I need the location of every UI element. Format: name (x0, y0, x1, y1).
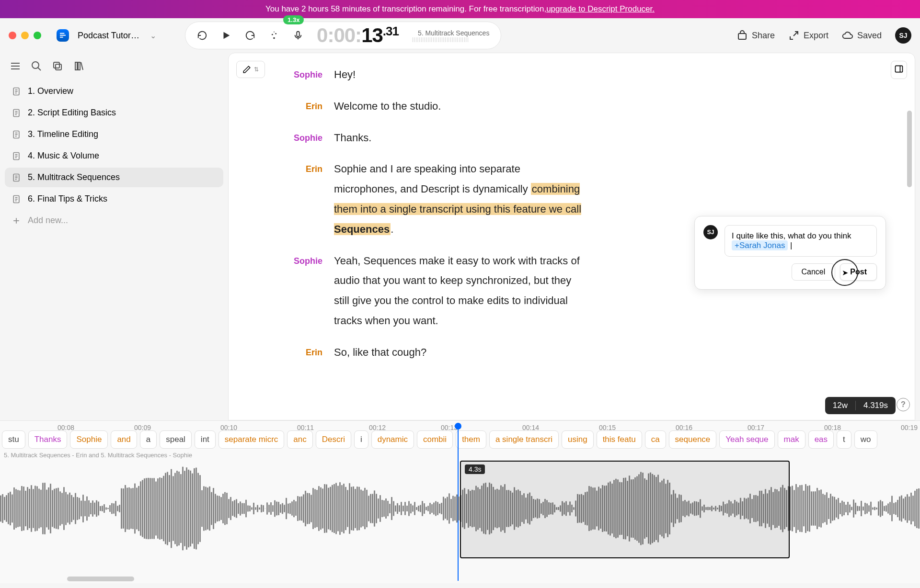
svg-rect-213 (318, 486, 320, 531)
svg-rect-482 (834, 497, 835, 520)
svg-rect-114 (128, 487, 130, 530)
word-chip[interactable]: speal (160, 430, 192, 449)
svg-rect-460 (792, 486, 793, 531)
mic-icon[interactable] (293, 30, 303, 41)
word-chip[interactable]: t (837, 430, 851, 449)
upgrade-link[interactable]: upgrade to Descript Producer. (546, 4, 655, 14)
transcript-line[interactable]: SophieHey! (286, 65, 867, 85)
close-window[interactable] (9, 32, 16, 39)
cancel-button[interactable]: Cancel (792, 263, 836, 281)
word-chip[interactable]: mak (778, 430, 805, 449)
comment-input[interactable]: I quite like this, what do you think +Sa… (724, 225, 877, 257)
panel-toggle-icon[interactable] (891, 61, 907, 79)
sidebar-item-5[interactable]: 6. Final Tips & Tricks (5, 189, 223, 209)
svg-rect-127 (153, 478, 155, 539)
word-chip[interactable]: Thanks (28, 430, 68, 449)
waveform-track[interactable]: 4.3s (0, 461, 920, 556)
svg-rect-503 (874, 507, 875, 510)
mention-chip[interactable]: +Sarah Jonas (732, 240, 788, 250)
svg-rect-153 (203, 486, 205, 531)
word-chip[interactable]: separate micrc (218, 430, 284, 449)
svg-rect-512 (891, 496, 893, 521)
svg-rect-261 (410, 504, 412, 513)
svg-rect-227 (345, 487, 346, 530)
svg-rect-475 (820, 489, 822, 527)
library-icon[interactable] (73, 60, 84, 74)
speaker-label[interactable]: Erin (286, 159, 334, 239)
play-button[interactable] (221, 30, 231, 41)
speed-badge[interactable]: 1.3x (283, 15, 304, 24)
timeline-selection[interactable]: 4.3s (460, 461, 790, 558)
sequence-indicator[interactable]: 5. Multitrack Sequences ||||||||||||||||… (412, 29, 489, 42)
utterance[interactable]: Sophie and I are speaking into separate … (334, 159, 583, 239)
utterance[interactable]: So, like that cough? (334, 342, 583, 362)
word-chip[interactable]: anc (287, 430, 312, 449)
svg-rect-78 (59, 491, 61, 525)
transcript-line[interactable]: ErinSo, like that cough? (286, 342, 867, 362)
svg-rect-16 (75, 62, 77, 70)
speaker-label[interactable]: Erin (286, 342, 334, 362)
horizontal-scrollbar[interactable] (67, 577, 134, 581)
search-icon[interactable] (31, 60, 42, 74)
word-chip[interactable]: Yeah seque (719, 430, 774, 449)
utterance[interactable]: Hey! (334, 65, 583, 85)
sidebar-item-1[interactable]: 2. Script Editing Basics (5, 103, 223, 123)
word-chip[interactable]: Descri (316, 430, 351, 449)
doc-label: 1. Overview (28, 86, 73, 96)
menu-icon[interactable] (10, 60, 21, 74)
svg-rect-225 (341, 485, 343, 532)
word-chip[interactable]: Sophie (70, 430, 108, 449)
word-chip[interactable]: i (354, 430, 368, 449)
word-chip[interactable]: a (140, 430, 157, 449)
share-button[interactable]: Share (736, 30, 775, 41)
help-button[interactable]: ? (897, 398, 910, 411)
word-chip[interactable]: dynamic (371, 430, 414, 449)
edit-mode-button[interactable]: ⇅ (236, 61, 265, 78)
word-chip[interactable]: stu (2, 430, 25, 449)
word-chip[interactable]: and (111, 430, 137, 449)
svg-rect-278 (443, 497, 444, 520)
project-dropdown-icon[interactable]: ⌄ (150, 31, 156, 40)
copy-icon[interactable] (52, 60, 63, 74)
word-chip[interactable]: int (195, 430, 216, 449)
app-logo-icon[interactable] (57, 29, 69, 42)
word-chip[interactable]: this featu (597, 430, 642, 449)
svg-rect-222 (335, 483, 337, 534)
sidebar-item-4[interactable]: 5. Multitrack Sequences (5, 168, 223, 187)
minimize-window[interactable] (21, 32, 29, 39)
transcript-line[interactable]: ErinWelcome to the studio. (286, 96, 867, 116)
vertical-scrollbar[interactable] (907, 111, 912, 187)
utterance[interactable]: Yeah, Sequences make it easy to work wit… (334, 251, 583, 331)
utterance[interactable]: Welcome to the studio. (334, 96, 583, 116)
speaker-label[interactable]: Erin (286, 96, 334, 116)
word-chip[interactable]: eas (808, 430, 834, 449)
speaker-label[interactable]: Sophie (286, 128, 334, 148)
export-button[interactable]: Export (788, 30, 828, 41)
sidebar-item-2[interactable]: 3. Timeline Editing (5, 124, 223, 144)
word-chip[interactable]: using (562, 430, 594, 449)
svg-rect-211 (314, 489, 316, 528)
word-chip[interactable]: sequence (669, 430, 717, 449)
document-list: 1. Overview2. Script Editing Basics3. Ti… (5, 81, 223, 230)
speaker-label[interactable]: Sophie (286, 251, 334, 331)
maximize-window[interactable] (34, 32, 41, 39)
svg-rect-119 (138, 486, 139, 531)
word-chip[interactable]: wo (854, 430, 877, 449)
transcript-line[interactable]: SophieThanks. (286, 128, 867, 148)
word-chip[interactable]: ca (645, 430, 666, 449)
word-chip[interactable]: them (456, 430, 486, 449)
speaker-label[interactable]: Sophie (286, 65, 334, 85)
highlighted-text[interactable]: combining them into a single transcript … (334, 183, 581, 235)
sidebar-item-3[interactable]: 4. Music & Volume (5, 146, 223, 166)
utterance[interactable]: Thanks. (334, 128, 583, 148)
project-title[interactable]: Podcast Tutor… (78, 31, 139, 41)
sparkle-icon[interactable] (269, 30, 279, 41)
word-chip[interactable]: a single transcri (489, 430, 559, 449)
svg-rect-470 (811, 491, 812, 525)
word-chip[interactable]: combii (417, 430, 453, 449)
undo-button[interactable] (197, 30, 207, 41)
sidebar-item-0[interactable]: 1. Overview (5, 81, 223, 101)
add-new-button[interactable]: Add new... (5, 211, 223, 230)
redo-button[interactable] (245, 30, 255, 41)
user-avatar[interactable]: SJ (895, 27, 911, 44)
